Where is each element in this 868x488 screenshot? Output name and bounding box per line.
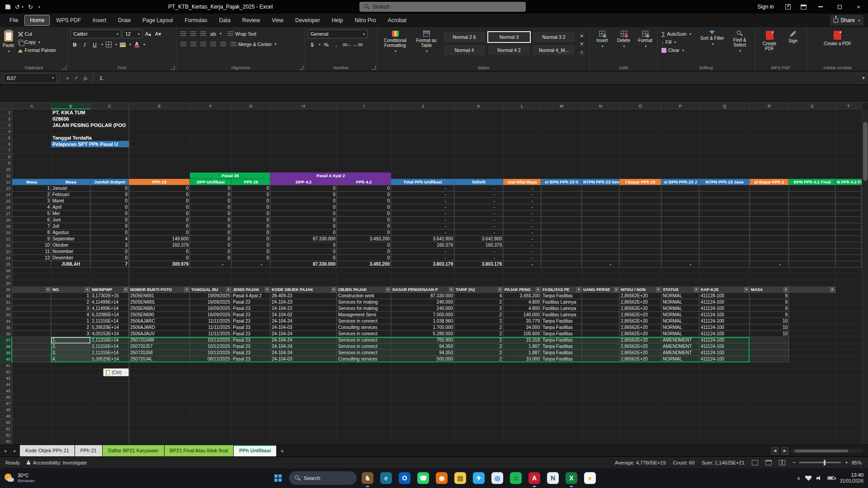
cell-N34[interactable] xyxy=(582,318,619,324)
cell-E22[interactable]: 160.379 xyxy=(129,242,190,249)
detail-header-tarif-[interactable]: TARIF (%)▼ xyxy=(454,286,503,293)
cell-A17[interactable]: 5 xyxy=(12,211,51,217)
cell-I39[interactable]: Services in connect xyxy=(337,350,391,356)
increase-decimal-button[interactable]: .00→ xyxy=(342,40,352,49)
detail-header-kap-kjs[interactable]: KAP-KJS▼ xyxy=(699,286,750,293)
cell-O38[interactable]: 2,86562E+20 xyxy=(619,343,661,350)
cell-M16[interactable] xyxy=(541,204,582,211)
cell-F20[interactable]: 0 xyxy=(190,230,231,236)
cell-K24[interactable]: - xyxy=(454,255,503,261)
monthly-header-R[interactable]: al Bayar PPh 2 xyxy=(750,179,789,185)
cell-M39[interactable]: Tanpa Fasilitas xyxy=(541,350,582,356)
cell-O40[interactable]: 2,86562E+20 xyxy=(619,356,661,362)
cell-J37[interactable]: 765.900 xyxy=(391,337,454,343)
cell-G18[interactable]: 0 xyxy=(231,217,270,223)
cell-P13[interactable] xyxy=(661,185,699,192)
cell-P39[interactable]: AMENDMENT xyxy=(661,350,699,356)
cell-H23[interactable]: 0 xyxy=(270,249,337,255)
cell-N25[interactable]: - xyxy=(582,261,619,267)
cell-F17[interactable]: 0 xyxy=(190,211,231,217)
zoom-level[interactable]: 85% xyxy=(852,460,862,465)
cell-N17[interactable] xyxy=(582,211,619,217)
row-header-38[interactable]: 38 xyxy=(0,343,12,350)
detail-header-kode-objek-pajak[interactable]: KODE OBJEK PAJAK▼ xyxy=(270,286,337,293)
alignment-dialog-launcher[interactable] xyxy=(299,66,303,70)
cell-S18[interactable] xyxy=(789,217,835,223)
cell-O34[interactable]: 2,86562E+20 xyxy=(619,318,661,324)
cell-O23[interactable] xyxy=(619,249,661,255)
cell-O15[interactable] xyxy=(619,198,661,204)
browser-icon[interactable]: ● xyxy=(582,470,598,486)
cell-E19[interactable]: 0 xyxy=(129,223,190,230)
photos-icon[interactable]: ◉ xyxy=(434,470,449,486)
cell-R17[interactable] xyxy=(750,211,789,217)
cell-A36[interactable] xyxy=(12,331,51,337)
cell-T22[interactable] xyxy=(835,242,862,249)
cell-N21[interactable] xyxy=(582,236,619,242)
cell-J25[interactable]: 3.803.179 xyxy=(391,261,454,267)
cell-K36[interactable]: 2 xyxy=(454,331,503,337)
cell-Q22[interactable] xyxy=(699,242,750,249)
cell-Q13[interactable] xyxy=(699,185,750,192)
cell-F36[interactable]: 11/11/2025 xyxy=(190,331,231,337)
row-header-28[interactable]: 28 xyxy=(0,280,12,286)
column-header-J[interactable]: J xyxy=(391,103,454,109)
cell-A37[interactable] xyxy=(12,337,51,343)
monthly-header-J[interactable]: Total PPh Unifikasi xyxy=(391,179,454,185)
sheet-tab-bp21-final-atau-tidak-final[interactable]: BP21 Final Atau tidak final xyxy=(165,445,234,456)
cell-H19[interactable]: 0 xyxy=(270,223,337,230)
column-header-P[interactable]: P xyxy=(661,103,699,109)
cell-H32[interactable]: 24-104-23 xyxy=(270,305,337,312)
cell-H30[interactable]: 28-409-23 xyxy=(270,293,337,299)
accounting-format-button[interactable]: $ xyxy=(308,40,316,49)
normal-view-button[interactable] xyxy=(752,460,758,465)
cell-B17[interactable]: Mei xyxy=(51,211,90,217)
cell-L25[interactable]: - xyxy=(503,261,541,267)
cell-L38[interactable]: 1.887 xyxy=(503,343,541,350)
cut-button[interactable]: Cut xyxy=(17,30,57,38)
cell-O13[interactable] xyxy=(619,185,661,192)
tray-overflow-chevron-icon[interactable]: ∧ xyxy=(797,475,800,481)
cell-E17[interactable]: 0 xyxy=(129,211,190,217)
row-header-36[interactable]: 36 xyxy=(0,331,12,337)
cell-E13[interactable]: 0 xyxy=(129,185,190,192)
zoom-out-button[interactable]: − xyxy=(793,459,796,466)
cell-L21[interactable]: - xyxy=(503,236,541,242)
cell-H38[interactable]: 24-104-24 xyxy=(270,343,337,350)
cell-G14[interactable]: 0 xyxy=(231,192,270,198)
detail-header-status[interactable]: STATUS▼ xyxy=(661,286,699,293)
cell-K38[interactable]: 2 xyxy=(454,343,503,350)
cell-I22[interactable]: 0 xyxy=(337,242,391,249)
cell-E30[interactable]: 2505EN691 xyxy=(129,293,190,299)
cell-F15[interactable]: 0 xyxy=(190,198,231,204)
wrap-text-button[interactable]: Wrap Text xyxy=(226,30,257,38)
cell-R37[interactable] xyxy=(750,337,789,343)
formula-input[interactable]: 1. xyxy=(96,75,859,81)
cell-G17[interactable]: 0 xyxy=(231,211,270,217)
cell-M34[interactable]: Tanpa Fasilitas xyxy=(541,318,582,324)
row-header-41[interactable]: 41 xyxy=(0,362,12,369)
cell-I14[interactable]: 0 xyxy=(337,192,391,198)
increase-font-button[interactable]: A▴ xyxy=(144,30,152,38)
cell-H33[interactable]: 24-104-02 xyxy=(270,312,337,318)
cell-N40[interactable] xyxy=(582,356,619,362)
filter-dropdown-icon[interactable]: ▼ xyxy=(536,287,540,292)
cell-O16[interactable] xyxy=(619,204,661,211)
cell-A16[interactable]: 4 xyxy=(12,204,51,211)
insert-function-button[interactable]: fx xyxy=(81,75,90,81)
number-dialog-launcher[interactable] xyxy=(372,66,376,70)
cell-E21[interactable]: 149.600 xyxy=(129,236,190,242)
cell-Q17[interactable] xyxy=(699,211,750,217)
cell-I16[interactable]: 0 xyxy=(337,204,391,211)
column-header-F[interactable]: F xyxy=(190,103,231,109)
autosum-button[interactable]: ∑AutoSum▾ xyxy=(660,30,697,38)
conditional-formatting-button[interactable]: Conditional Formatting ▾ xyxy=(380,29,410,64)
cell-O18[interactable] xyxy=(619,217,661,223)
cell-B21[interactable]: September xyxy=(51,236,90,242)
cell-T15[interactable] xyxy=(835,198,862,204)
row-header-26[interactable]: 26 xyxy=(0,267,12,274)
filter-dropdown-icon[interactable]: ▼ xyxy=(744,287,749,292)
cell-N19[interactable] xyxy=(582,223,619,230)
cell-Q18[interactable] xyxy=(699,217,750,223)
row-header-14[interactable]: 14 xyxy=(0,192,12,198)
